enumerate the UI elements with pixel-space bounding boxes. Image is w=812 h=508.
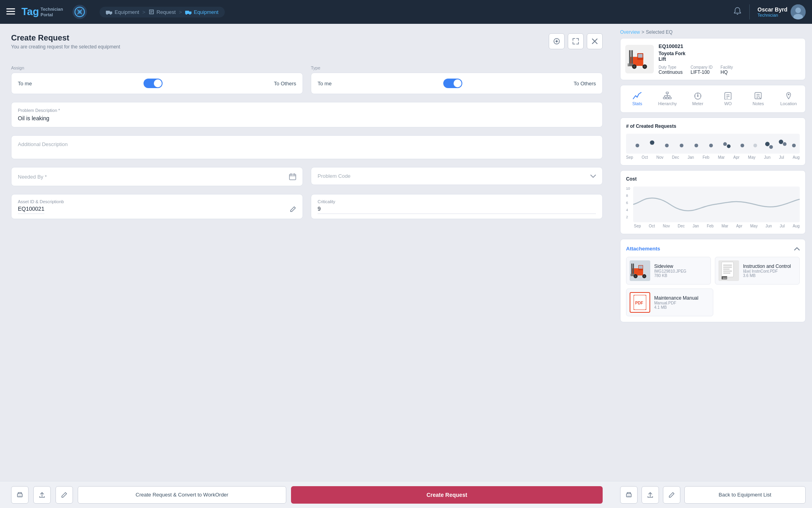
attachments-header: Attachements <box>626 245 800 252</box>
needed-by-field: Needed By * <box>11 167 303 186</box>
eq-name: Toyota Fork Lift <box>659 51 801 62</box>
criticality-field: Criticality 9 <box>311 194 603 219</box>
svg-point-7 <box>106 13 108 15</box>
svg-point-65 <box>765 142 770 146</box>
type-field: Type To me To Others <box>311 65 603 94</box>
instruction-name: Instruction and Control <box>743 264 791 269</box>
type-to-others: To Others <box>574 81 596 87</box>
svg-rect-32 <box>666 92 668 94</box>
panel-title: Create Request <box>11 33 120 42</box>
breadcrumb-equipment-active[interactable]: Equipment <box>185 9 218 15</box>
right-edit-button[interactable] <box>663 486 680 504</box>
svg-point-57 <box>665 144 668 147</box>
svg-rect-20 <box>18 495 21 497</box>
breadcrumb-request[interactable]: Request <box>149 9 176 15</box>
calendar-icon <box>289 173 296 180</box>
instruction-size: 3.6 MB <box>743 273 791 278</box>
avatar <box>791 4 806 19</box>
tab-notes[interactable]: Notes <box>743 89 773 109</box>
type-toggle[interactable] <box>443 79 462 88</box>
company-id-group: Company ID LIFT-100 <box>691 65 713 75</box>
tab-stats[interactable]: Stats <box>622 89 652 109</box>
requests-chart-months: SepOctNovDecJanFebMarAprMayJunJulAug <box>626 155 800 160</box>
svg-rect-23 <box>629 50 631 66</box>
app-logo: Tag Technician Portal <box>21 6 63 18</box>
assign-toggle[interactable] <box>144 79 163 88</box>
header-right: Oscar Byrd Technician <box>733 4 806 19</box>
asset-id-row: EQ100021 <box>18 206 296 214</box>
logo-secondary-icon <box>73 5 87 19</box>
assign-field: Assign To me To Others <box>11 65 303 94</box>
collapse-attachments-button[interactable] <box>794 245 800 252</box>
overview-link[interactable]: Overview <box>620 29 640 35</box>
tab-hierarchy-label: Hierarchy <box>658 101 677 106</box>
svg-point-79 <box>643 275 645 277</box>
share-button[interactable] <box>33 486 51 504</box>
create-request-button[interactable]: Create Request <box>291 486 603 504</box>
left-bottom-bar: Create Request & Convert to WorkOrder Cr… <box>0 481 614 508</box>
problem-code-box[interactable]: Problem Code <box>311 167 603 185</box>
attachments-section: Attachements <box>620 239 806 322</box>
attachment-manual[interactable]: PDF Maintenance Manual Manual.PDF 4.1 MB <box>626 289 713 316</box>
problem-code-placeholder: Problem Code <box>318 173 350 179</box>
meter-icon <box>693 92 702 100</box>
facility-group: Facility HQ <box>720 65 733 75</box>
attachments-grid: Sideview IMG129810.JPEG 780 KB <box>626 257 800 285</box>
breadcrumb: Equipment > Request > Equipment <box>100 7 225 17</box>
svg-point-59 <box>695 144 698 147</box>
tab-meter-label: Meter <box>692 101 703 106</box>
tab-wo[interactable]: WO <box>713 89 743 109</box>
svg-point-8 <box>110 13 111 15</box>
print-button[interactable] <box>11 486 29 504</box>
requests-dots-chart <box>630 134 796 154</box>
assign-box: To me To Others <box>11 73 303 94</box>
edit-button[interactable] <box>56 486 73 504</box>
cost-chart-months: SepOctNovDecJanFebMarAprMayJunJulAug <box>626 224 800 228</box>
assign-type-row: Assign To me To Others Type To me <box>11 65 603 94</box>
type-label: Type <box>311 65 603 70</box>
svg-point-61 <box>723 142 727 146</box>
svg-rect-25 <box>628 64 634 65</box>
manual-filename: Manual.PDF <box>654 301 698 305</box>
tab-stats-label: Stats <box>632 101 642 106</box>
cost-chart-section: Cost 108642 <box>620 170 806 234</box>
attachments-title: Attachements <box>626 246 660 252</box>
problem-description-box[interactable]: Problem Description * Oil is leaking <box>11 102 603 127</box>
svg-point-54 <box>788 94 789 95</box>
instruction-filename: I&w| InstnCont.PDF <box>743 269 791 273</box>
svg-point-68 <box>783 142 786 146</box>
tab-meter[interactable]: Meter <box>683 89 713 109</box>
needed-by-box[interactable]: Needed By * <box>11 167 303 186</box>
requests-chart-title: # of Created Requests <box>626 123 800 129</box>
back-to-equipment-button[interactable]: Back to Equipment List <box>684 486 806 504</box>
right-share-button[interactable] <box>642 486 659 504</box>
tab-location-label: Location <box>780 101 797 106</box>
preview-button[interactable] <box>549 33 565 49</box>
additional-description-box[interactable]: Additional Description <box>11 135 603 159</box>
asset-edit-icon[interactable] <box>290 206 296 214</box>
manual-size: 4.1 MB <box>654 305 698 310</box>
right-print-button[interactable] <box>620 486 638 504</box>
tab-location[interactable]: Location <box>774 89 804 109</box>
expand-button[interactable] <box>568 33 584 49</box>
equipment-card: EQ100021 Toyota Fork Lift Duty Type Cont… <box>620 38 806 80</box>
close-button[interactable] <box>587 33 603 49</box>
panel-header: Create Request You are creating request … <box>11 33 603 58</box>
needed-by-placeholder: Needed By * <box>18 174 47 180</box>
svg-rect-35 <box>669 97 671 99</box>
menu-icon[interactable] <box>6 8 15 17</box>
svg-rect-81 <box>639 266 643 269</box>
svg-text:DOC: DOC <box>723 277 728 279</box>
problem-code-field: Problem Code <box>311 167 603 186</box>
convert-workorder-button[interactable]: Create Request & Convert to WorkOrder <box>78 486 286 504</box>
attachment-sideview[interactable]: Sideview IMG129810.JPEG 780 KB <box>626 257 711 285</box>
tab-hierarchy[interactable]: Hierarchy <box>652 89 682 109</box>
right-bottom-bar: Back to Equipment List <box>614 481 812 508</box>
criticality-box: Criticality 9 <box>311 194 603 219</box>
breadcrumb-equipment[interactable]: Equipment <box>106 9 139 15</box>
attachment-instruction[interactable]: DOC Instruction and Control I&w| InstnCo… <box>715 257 800 285</box>
right-wrapper: Overview > Selected EQ <box>614 24 812 508</box>
svg-rect-83 <box>722 262 733 277</box>
notification-icon[interactable] <box>733 7 741 17</box>
maintenance-manual-row: PDF Maintenance Manual Manual.PDF 4.1 MB <box>626 289 800 316</box>
